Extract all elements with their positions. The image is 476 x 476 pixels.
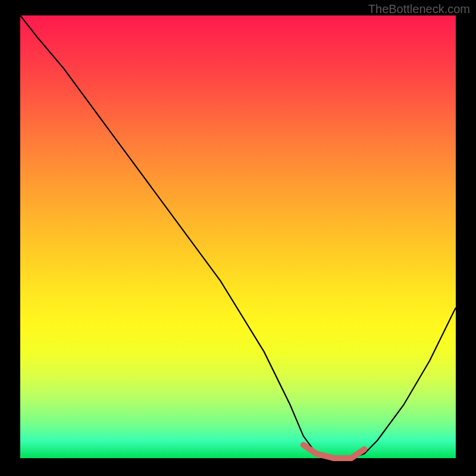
chart-svg (20, 15, 456, 458)
bottleneck-curve (20, 15, 456, 458)
flat-region-highlight (303, 445, 365, 458)
watermark-text: TheBottleneck.com (368, 2, 470, 16)
plot-area (20, 15, 456, 458)
